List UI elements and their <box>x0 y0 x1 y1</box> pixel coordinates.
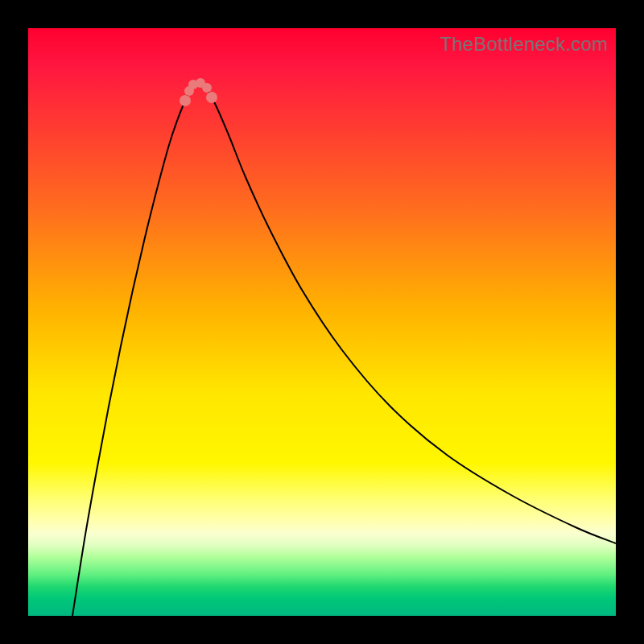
chart-plot-area: TheBottleneck.com <box>28 28 616 616</box>
curve-marker <box>180 95 191 106</box>
chart-frame: TheBottleneck.com <box>0 0 644 644</box>
bottleneck-curve <box>72 83 616 617</box>
chart-svg <box>28 28 616 616</box>
curve-minimum-markers <box>180 78 217 106</box>
curve-marker <box>206 92 217 103</box>
curve-marker <box>202 83 212 93</box>
